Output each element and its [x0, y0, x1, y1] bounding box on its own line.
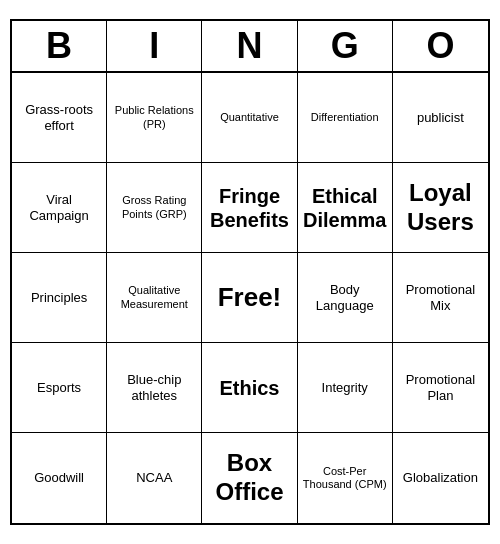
- bingo-cell: Fringe Benefits: [202, 163, 297, 253]
- bingo-cell: Promotional Plan: [393, 343, 488, 433]
- cell-text: Ethics: [219, 376, 279, 400]
- bingo-cell: Cost-Per Thousand (CPM): [298, 433, 393, 523]
- bingo-cell: Public Relations (PR): [107, 73, 202, 163]
- bingo-cell: Globalization: [393, 433, 488, 523]
- cell-text: Promotional Plan: [397, 372, 484, 403]
- cell-text: Qualitative Measurement: [111, 284, 197, 310]
- cell-text: publicist: [417, 110, 464, 126]
- cell-text: Box Office: [206, 449, 292, 507]
- cell-text: Globalization: [403, 470, 478, 486]
- bingo-cell: Body Language: [298, 253, 393, 343]
- header-letter: B: [12, 21, 107, 71]
- header-letter: O: [393, 21, 488, 71]
- bingo-cell: Free!: [202, 253, 297, 343]
- bingo-cell: Promotional Mix: [393, 253, 488, 343]
- cell-text: Public Relations (PR): [111, 104, 197, 130]
- header-letter: G: [298, 21, 393, 71]
- cell-text: Cost-Per Thousand (CPM): [302, 465, 388, 491]
- cell-text: Ethical Dilemma: [302, 184, 388, 232]
- bingo-cell: Ethical Dilemma: [298, 163, 393, 253]
- bingo-cell: Quantitative: [202, 73, 297, 163]
- cell-text: Principles: [31, 290, 87, 306]
- bingo-cell: Grass-roots effort: [12, 73, 107, 163]
- bingo-cell: Integrity: [298, 343, 393, 433]
- cell-text: Viral Campaign: [16, 192, 102, 223]
- cell-text: Body Language: [302, 282, 388, 313]
- bingo-grid: Grass-roots effortPublic Relations (PR)Q…: [12, 73, 488, 523]
- cell-text: Fringe Benefits: [206, 184, 292, 232]
- bingo-cell: Blue-chip athletes: [107, 343, 202, 433]
- cell-text: Grass-roots effort: [16, 102, 102, 133]
- bingo-cell: Principles: [12, 253, 107, 343]
- cell-text: Goodwill: [34, 470, 84, 486]
- cell-text: Quantitative: [220, 111, 279, 124]
- bingo-cell: Loyal Users: [393, 163, 488, 253]
- cell-text: Loyal Users: [397, 179, 484, 237]
- bingo-card: BINGO Grass-roots effortPublic Relations…: [10, 19, 490, 525]
- bingo-header: BINGO: [12, 21, 488, 73]
- bingo-cell: Esports: [12, 343, 107, 433]
- bingo-cell: Box Office: [202, 433, 297, 523]
- cell-text: Blue-chip athletes: [111, 372, 197, 403]
- cell-text: Esports: [37, 380, 81, 396]
- bingo-cell: Differentiation: [298, 73, 393, 163]
- bingo-cell: Goodwill: [12, 433, 107, 523]
- header-letter: I: [107, 21, 202, 71]
- cell-text: Differentiation: [311, 111, 379, 124]
- cell-text: NCAA: [136, 470, 172, 486]
- cell-text: Free!: [218, 282, 282, 313]
- bingo-cell: Gross Rating Points (GRP): [107, 163, 202, 253]
- cell-text: Promotional Mix: [397, 282, 484, 313]
- header-letter: N: [202, 21, 297, 71]
- bingo-cell: NCAA: [107, 433, 202, 523]
- bingo-cell: Qualitative Measurement: [107, 253, 202, 343]
- bingo-cell: publicist: [393, 73, 488, 163]
- cell-text: Gross Rating Points (GRP): [111, 194, 197, 220]
- bingo-cell: Viral Campaign: [12, 163, 107, 253]
- cell-text: Integrity: [322, 380, 368, 396]
- bingo-cell: Ethics: [202, 343, 297, 433]
